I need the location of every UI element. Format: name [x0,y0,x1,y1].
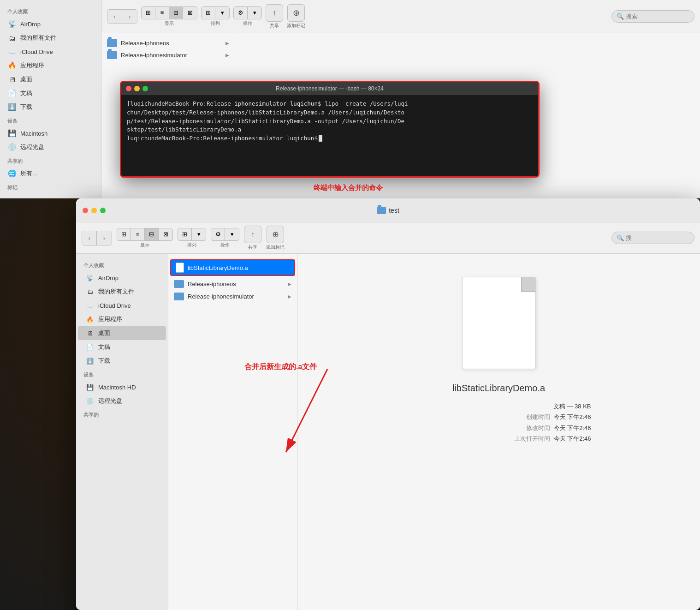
bg-arrange-btn[interactable]: ⊞ [202,7,215,19]
fg-arrange-btn[interactable]: ⊞ [178,228,192,240]
fg-iphonesim-chevron: ▶ [288,294,291,299]
sidebar-item-icloud[interactable]: ☁️ iCloud Drive [0,45,101,59]
fg-iphoneos-chevron: ▶ [288,281,291,287]
sidebar-item-downloads[interactable]: ⬇️ 下载 [0,100,101,114]
fg-downloads-label: 下载 [98,357,110,365]
sidebar-item-apps-label: 应用程序 [20,61,44,70]
fg-view-group: ⊞ ≡ ⊟ ⊠ 显示 [117,228,173,248]
bg-back-button[interactable]: ‹ [107,10,122,24]
preview-created-label: 创建时间 [526,412,550,422]
fg-all-files-label: 我的所有文件 [98,287,134,296]
sidebar-item-docs[interactable]: 📄 文稿 [0,86,101,100]
fg-toolbar: ‹ › ⊞ ≡ ⊟ ⊠ 显示 ⊞ ▾ 排列 ⚙ ▾ 操作 [76,222,700,254]
sidebar-item-icloud-label: iCloud Drive [20,48,53,55]
sidebar-item-apps[interactable]: 🔥 应用程序 [0,59,101,72]
bg-view-gallery-btn[interactable]: ⊠ [183,7,197,19]
bg-file-iphonesim-name: Release-iphonesimulator [121,52,187,59]
fg-apps-icon: 🔥 [85,315,95,324]
fg-sidebar-desktop[interactable]: 🖥 桌面 [78,326,166,340]
fg-iphoneos-name: Release-iphoneos [188,281,236,287]
fg-view-col-btn[interactable]: ⊟ [145,228,159,240]
personal-section-label: 个人收藏 [0,5,101,17]
fg-sidebar-airdrop[interactable]: 📡 AirDrop [78,271,166,285]
fg-nav-group: ‹ › [82,231,112,245]
bg-search-box: 🔍 [611,10,694,23]
fg-fullscreen-btn[interactable] [100,208,106,213]
sidebar-item-remote-disk[interactable]: 💿 远程光盘 [0,140,101,154]
fg-airdrop-icon: 📡 [85,273,95,282]
sidebar-item-macintosh[interactable]: 💾 Macintosh [0,126,101,140]
fg-sidebar-macintosh[interactable]: 💾 Macintosh HD [78,380,166,394]
all-files-icon: 🗂 [7,33,17,42]
fg-minimize-btn[interactable] [91,208,97,213]
terminal-body[interactable]: [luqichundeMacBook-Pro:Release-iphonesim… [121,95,538,148]
bg-action-dd-btn[interactable]: ▾ [248,7,261,19]
bg-view-list-btn[interactable]: ≡ [155,7,169,19]
fg-sidebar-remote-disk[interactable]: 💿 远程光盘 [78,394,166,408]
fg-file-item-libstatic[interactable]: libStaticLibraryDemo.a [170,259,295,276]
preview-doc-icon [457,272,540,374]
devices-section-label: 设备 [0,114,101,126]
fg-action-btn[interactable]: ⚙ [211,228,225,240]
fg-back-button[interactable]: ‹ [82,231,97,245]
preview-modified-label: 修改时间 [526,423,550,433]
file-annotation: 合并后新生成的.a文件 [244,362,317,372]
bg-tag-btn[interactable]: ⊕ [287,4,305,22]
bg-folder-iphonesim-icon [107,51,117,59]
fg-docs-icon: 📄 [85,342,95,352]
fg-share-btn[interactable]: ↑ [244,226,261,243]
preview-opened-row: 上次打开时间 今天 下午2:46 [407,433,591,444]
bg-search-input[interactable] [626,13,689,20]
fg-close-btn[interactable] [83,208,88,213]
bg-file-item-iphonesim[interactable]: Release-iphonesimulator ▶ [101,49,235,61]
fg-sidebar-apps[interactable]: 🔥 应用程序 [78,312,166,326]
preview-modified-value: 今天 下午2:46 [554,423,591,433]
fg-window-dots [83,208,106,213]
preview-created-row: 创建时间 今天 下午2:46 [407,412,591,422]
bg-share-btn[interactable]: ↑ [266,4,283,22]
fg-file-item-iphonesim[interactable]: Release-iphonesimulator ▶ [168,290,297,303]
fg-sidebar-downloads[interactable]: ⬇️ 下载 [78,354,166,368]
fg-action-label: 操作 [220,242,230,248]
terminal-window: Release-iphonesimulator — -bash — 80×24 … [120,81,540,178]
bg-action-btn[interactable]: ⚙ [234,7,248,19]
preview-modified-row: 修改时间 今天 下午2:46 [407,423,591,433]
fg-macintosh-label: Macintosh HD [98,384,136,391]
sidebar-item-desktop[interactable]: 🖥 桌面 [0,72,101,86]
terminal-minimize-btn[interactable] [134,86,140,91]
preview-kind-value: 文稿 — 38 KB [553,401,591,412]
bg-fwd-button[interactable]: › [122,10,137,24]
sidebar-item-airdrop[interactable]: 📡 AirDrop [0,17,101,31]
terminal-fullscreen-btn[interactable] [142,86,148,91]
bg-view-col-btn[interactable]: ⊟ [169,7,183,19]
terminal-line3: p/test/Release-iphonesimulator/libStatic… [127,117,533,126]
fg-search-input[interactable] [626,234,689,241]
terminal-close-btn[interactable] [126,86,131,91]
sidebar-item-all-files[interactable]: 🗂 我的所有文件 [0,31,101,45]
fg-fwd-button[interactable]: › [97,231,112,245]
fg-tag-btn[interactable]: ⊕ [267,226,284,243]
fg-file-item-iphoneos[interactable]: Release-iphoneos ▶ [168,278,297,290]
fg-view-gallery-btn[interactable]: ⊠ [159,228,172,240]
fg-arrange-group: ⊞ ▾ 排列 [178,228,206,248]
fg-view-icon-btn[interactable]: ⊞ [117,228,131,240]
bg-share-label: 共享 [270,23,279,29]
bg-view-icon-btn[interactable]: ⊞ [142,7,155,19]
fg-sidebar-icloud[interactable]: ☁️ iCloud Drive [78,299,166,312]
bg-chevron-iphonesim: ▶ [225,53,229,58]
fg-docs-label: 文稿 [98,343,110,351]
fg-iphoneos-folder-icon [174,280,184,288]
fg-file-column: libStaticLibraryDemo.a Release-iphoneos … [168,254,297,610]
bg-file-item-iphoneos[interactable]: Release-iphoneos ▶ [101,37,235,49]
bg-arrange-dd-btn[interactable]: ▾ [215,7,229,19]
fg-action-dd-btn[interactable]: ▾ [225,228,239,240]
fg-icloud-icon: ☁️ [85,301,95,310]
fg-arrange-dd-btn[interactable]: ▾ [192,228,206,240]
fg-view-list-btn[interactable]: ≡ [131,228,145,240]
fg-finder-window: test ‹ › ⊞ ≡ ⊟ ⊠ 显示 ⊞ ▾ 排列 ⚙ [76,198,700,610]
fg-sidebar-all-files[interactable]: 🗂 我的所有文件 [78,285,166,299]
sidebar-item-macintosh-label: Macintosh [20,130,47,137]
fg-sidebar-docs[interactable]: 📄 文稿 [78,340,166,354]
sidebar-item-all-shared[interactable]: 🌐 所有... [0,167,101,180]
terminal-line5: luqichundeMacBook-Pro:Release-iphonesimu… [127,134,533,143]
